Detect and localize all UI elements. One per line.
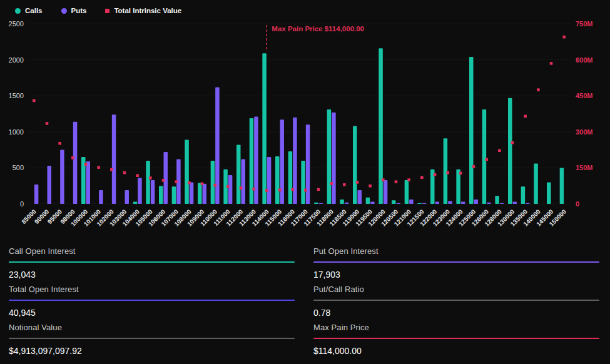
puts-bar[interactable] xyxy=(526,203,530,204)
intrinsic-value-point[interactable] xyxy=(407,178,410,181)
intrinsic-value-point[interactable] xyxy=(304,189,307,192)
intrinsic-value-point[interactable] xyxy=(162,179,165,182)
intrinsic-value-point[interactable] xyxy=(472,165,475,168)
puts-bar[interactable] xyxy=(34,185,39,204)
intrinsic-value-point[interactable] xyxy=(498,149,501,152)
puts-bar[interactable] xyxy=(125,190,130,204)
puts-bar[interactable] xyxy=(60,150,64,204)
calls-bar[interactable] xyxy=(314,203,318,204)
puts-bar[interactable] xyxy=(151,180,155,204)
puts-bar[interactable] xyxy=(397,203,401,204)
calls-bar[interactable] xyxy=(560,168,564,204)
puts-bar[interactable] xyxy=(99,190,103,204)
calls-bar[interactable] xyxy=(417,203,422,204)
puts-bar[interactable] xyxy=(190,182,194,204)
intrinsic-value-point[interactable] xyxy=(485,158,488,161)
intrinsic-value-point[interactable] xyxy=(550,62,553,65)
intrinsic-value-point[interactable] xyxy=(343,183,346,186)
intrinsic-value-point[interactable] xyxy=(252,188,255,191)
intrinsic-value-point[interactable] xyxy=(149,176,152,179)
intrinsic-value-point[interactable] xyxy=(123,171,126,174)
calls-bar[interactable] xyxy=(301,161,305,204)
intrinsic-value-point[interactable] xyxy=(33,99,36,103)
intrinsic-value-point[interactable] xyxy=(110,168,113,171)
puts-bar[interactable] xyxy=(500,203,504,204)
intrinsic-value-point[interactable] xyxy=(382,178,385,181)
intrinsic-value-point[interactable] xyxy=(369,185,372,188)
calls-bar[interactable] xyxy=(275,156,280,204)
calls-bar[interactable] xyxy=(133,202,138,204)
intrinsic-value-point[interactable] xyxy=(175,180,178,183)
intrinsic-value-point[interactable] xyxy=(459,172,462,175)
puts-bar[interactable] xyxy=(474,200,479,204)
puts-bar[interactable] xyxy=(448,201,452,204)
puts-bar[interactable] xyxy=(48,166,52,204)
puts-bar[interactable] xyxy=(138,178,142,204)
intrinsic-value-point[interactable] xyxy=(446,171,449,174)
puts-bar[interactable] xyxy=(164,152,168,204)
intrinsic-value-point[interactable] xyxy=(524,115,527,118)
intrinsic-value-point[interactable] xyxy=(71,156,74,159)
calls-bar[interactable] xyxy=(198,183,202,204)
puts-bar[interactable] xyxy=(409,200,414,204)
puts-bar[interactable] xyxy=(513,202,517,204)
intrinsic-value-point[interactable] xyxy=(84,163,88,166)
intrinsic-value-point[interactable] xyxy=(537,88,540,91)
legend-item-calls[interactable]: Calls xyxy=(15,8,43,15)
intrinsic-value-point[interactable] xyxy=(188,181,191,185)
calls-bar[interactable] xyxy=(146,161,150,204)
puts-bar[interactable] xyxy=(267,157,272,204)
intrinsic-value-point[interactable] xyxy=(278,188,282,191)
intrinsic-value-point[interactable] xyxy=(46,122,49,125)
intrinsic-value-point[interactable] xyxy=(213,184,216,187)
calls-bar[interactable] xyxy=(172,186,176,204)
puts-bar[interactable] xyxy=(73,122,78,204)
puts-bar[interactable] xyxy=(293,118,297,204)
puts-bar[interactable] xyxy=(345,203,349,204)
intrinsic-value-point[interactable] xyxy=(291,188,294,191)
puts-bar[interactable] xyxy=(435,202,440,204)
intrinsic-value-point[interactable] xyxy=(97,166,100,169)
intrinsic-value-point[interactable] xyxy=(265,189,268,192)
calls-bar[interactable] xyxy=(508,98,512,204)
calls-bar[interactable] xyxy=(340,200,344,204)
calls-bar[interactable] xyxy=(534,163,538,204)
puts-bar[interactable] xyxy=(112,114,116,204)
intrinsic-value-point[interactable] xyxy=(395,180,398,183)
calls-bar[interactable] xyxy=(444,138,448,204)
intrinsic-value-point[interactable] xyxy=(58,142,61,145)
intrinsic-value-point[interactable] xyxy=(136,174,139,177)
intrinsic-value-point[interactable] xyxy=(434,173,437,176)
calls-bar[interactable] xyxy=(211,161,215,204)
intrinsic-value-point[interactable] xyxy=(562,36,566,39)
calls-bar[interactable] xyxy=(405,180,409,204)
legend-item-intrinsic[interactable]: Total Intrinsic Value xyxy=(105,8,181,15)
puts-bar[interactable] xyxy=(422,203,427,204)
calls-bar[interactable] xyxy=(236,145,241,204)
calls-bar[interactable] xyxy=(288,151,293,204)
calls-bar[interactable] xyxy=(159,186,163,204)
puts-bar[interactable] xyxy=(370,202,375,204)
calls-bar[interactable] xyxy=(250,118,254,204)
puts-bar[interactable] xyxy=(487,203,491,204)
puts-bar[interactable] xyxy=(332,113,336,204)
puts-bar[interactable] xyxy=(384,180,388,204)
calls-bar[interactable] xyxy=(495,196,499,204)
intrinsic-value-point[interactable] xyxy=(356,181,359,184)
intrinsic-value-point[interactable] xyxy=(201,182,204,185)
legend-item-puts[interactable]: Puts xyxy=(61,8,87,15)
intrinsic-value-point[interactable] xyxy=(330,182,333,185)
puts-bar[interactable] xyxy=(358,190,362,204)
calls-bar[interactable] xyxy=(392,200,396,204)
intrinsic-value-point[interactable] xyxy=(240,186,243,190)
calls-bar[interactable] xyxy=(327,109,332,204)
calls-bar[interactable] xyxy=(547,182,551,204)
calls-bar[interactable] xyxy=(353,126,357,204)
puts-bar[interactable] xyxy=(203,184,207,204)
puts-bar[interactable] xyxy=(241,159,246,204)
puts-bar[interactable] xyxy=(228,175,233,204)
intrinsic-value-point[interactable] xyxy=(226,185,230,188)
intrinsic-value-point[interactable] xyxy=(317,188,320,191)
puts-bar[interactable] xyxy=(86,161,91,204)
puts-bar[interactable] xyxy=(254,117,258,204)
